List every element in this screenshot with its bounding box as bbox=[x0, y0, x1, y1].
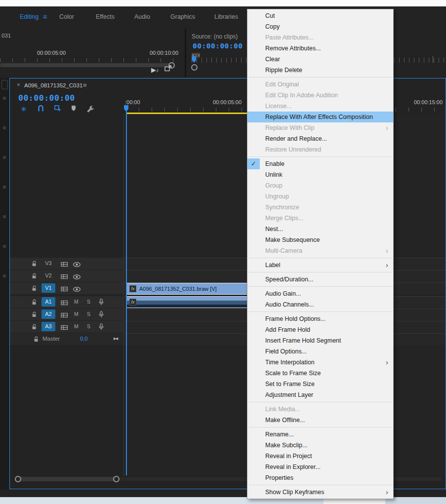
menu-item-show-clip-keyframes[interactable]: Show Clip Keyframes› bbox=[247, 487, 393, 498]
track-target-v1[interactable]: V1 bbox=[41, 283, 55, 293]
program-ruler-ticks[interactable] bbox=[0, 58, 185, 62]
menu-item-reveal-in-project[interactable]: Reveal in Project bbox=[247, 451, 393, 462]
menu-item-reveal-in-explorer[interactable]: Reveal in Explorer... bbox=[247, 462, 393, 472]
timeline-tab-title[interactable]: A096_08171352_C031 bbox=[24, 82, 82, 88]
menu-item-license[interactable]: License... bbox=[247, 101, 393, 112]
export-frame-icon[interactable] bbox=[164, 65, 172, 73]
track-target-a3[interactable]: A3 bbox=[41, 322, 55, 331]
menu-item-ripple-delete[interactable]: Ripple Delete bbox=[247, 65, 393, 76]
menu-item-remove-attributes[interactable]: Remove Attributes... bbox=[247, 43, 393, 54]
menu-item-make-offline[interactable]: Make Offline... bbox=[247, 415, 393, 426]
lock-icon[interactable] bbox=[32, 323, 37, 332]
lock-icon[interactable] bbox=[32, 272, 37, 281]
menu-item-set-to-frame-size[interactable]: Set to Frame Size bbox=[247, 379, 393, 389]
selection-tool-icon[interactable] bbox=[1, 80, 8, 89]
master-pan-value[interactable]: 0,0 bbox=[80, 336, 87, 342]
linked-selection-icon[interactable] bbox=[54, 105, 62, 113]
menu-item-audio-gain[interactable]: Audio Gain... bbox=[247, 288, 393, 299]
menu-item-paste-attributes[interactable]: Paste Attributes... bbox=[247, 32, 393, 43]
menu-item-speed-duration[interactable]: Speed/Duration... bbox=[247, 274, 393, 285]
snap-magnet-icon[interactable] bbox=[38, 105, 44, 113]
slip-tool-icon[interactable] bbox=[3, 186, 6, 189]
menu-item-edit-clip-in-adobe-audition[interactable]: Edit Clip In Adobe Audition bbox=[247, 90, 393, 101]
sync-lock-icon[interactable] bbox=[61, 285, 68, 294]
menu-item-insert-frame-hold-segment[interactable]: Insert Frame Hold Segment bbox=[247, 335, 393, 346]
timeline-zoom-handle-left[interactable] bbox=[15, 476, 21, 482]
solo-button[interactable]: S bbox=[87, 311, 90, 317]
lock-icon[interactable] bbox=[32, 285, 37, 294]
mute-button[interactable]: M bbox=[74, 311, 79, 317]
toggle-track-output-eye-icon[interactable] bbox=[73, 285, 81, 294]
menu-item-ungroup[interactable]: Ungroup bbox=[247, 191, 393, 202]
solo-button[interactable]: S bbox=[87, 323, 90, 329]
menu-item-render-and-replace[interactable]: Render and Replace... bbox=[247, 133, 393, 144]
sync-lock-icon[interactable] bbox=[61, 311, 68, 320]
menu-item-restore-unrendered[interactable]: Restore Unrendered bbox=[247, 144, 393, 155]
play-audio-icon[interactable]: ▶♪ bbox=[151, 66, 159, 74]
toggle-track-output-eye-icon[interactable] bbox=[73, 272, 81, 281]
timeline-timecode[interactable]: 00:00:00:00 bbox=[18, 93, 75, 103]
timeline-zoom-handle-right[interactable] bbox=[113, 476, 120, 482]
menu-item-rename[interactable]: Rename... bbox=[247, 429, 393, 440]
menu-item-audio-channels[interactable]: Audio Channels... bbox=[247, 299, 393, 310]
menu-item-field-options[interactable]: Field Options... bbox=[247, 346, 393, 357]
sync-lock-icon[interactable] bbox=[61, 323, 68, 332]
add-marker-icon[interactable] bbox=[71, 105, 76, 113]
source-scrollbar-handle[interactable] bbox=[191, 64, 198, 71]
voiceover-mic-icon[interactable] bbox=[99, 323, 104, 332]
menu-item-clear[interactable]: Clear bbox=[247, 54, 393, 65]
timeline-tab-close-icon[interactable]: × bbox=[17, 81, 20, 88]
menu-item-time-interpolation[interactable]: Time Interpolation› bbox=[247, 357, 393, 368]
menu-item-copy[interactable]: Copy bbox=[247, 21, 393, 32]
menu-item-unlink[interactable]: Unlink bbox=[247, 169, 393, 180]
toggle-track-output-eye-icon[interactable] bbox=[73, 260, 81, 269]
workspace-tab-libraries[interactable]: Libraries bbox=[214, 13, 238, 20]
menu-item-make-subsequence[interactable]: Make Subsequence bbox=[247, 234, 393, 245]
track-target-a1[interactable]: A1 bbox=[41, 297, 55, 307]
track-target-v2[interactable]: V2 bbox=[41, 271, 55, 280]
sync-lock-icon[interactable] bbox=[61, 260, 68, 269]
timeline-panel-menu-icon[interactable]: ≡ bbox=[83, 81, 87, 89]
playhead[interactable] bbox=[126, 105, 127, 475]
source-timecode[interactable]: 00:00:00:00 bbox=[193, 42, 243, 50]
menu-item-adjustment-layer[interactable]: Adjustment Layer bbox=[247, 389, 393, 400]
voiceover-mic-icon[interactable] bbox=[99, 299, 104, 308]
insert-as-nest-icon[interactable]: ✳ bbox=[21, 105, 27, 113]
workspace-tab-effects[interactable]: Effects bbox=[96, 13, 115, 20]
workspace-tab-graphics[interactable]: Graphics bbox=[170, 13, 195, 20]
workspace-tab-editing[interactable]: Editing bbox=[20, 13, 39, 20]
lock-icon[interactable] bbox=[32, 311, 37, 320]
program-scrollbar[interactable] bbox=[0, 63, 174, 67]
menu-item-properties[interactable]: Properties bbox=[247, 472, 393, 483]
timeline-hscrollbar[interactable] bbox=[15, 477, 119, 481]
track-select-tool-icon[interactable] bbox=[3, 97, 6, 100]
ripple-edit-tool-icon[interactable] bbox=[3, 126, 6, 129]
workspace-tab-color[interactable]: Color bbox=[59, 13, 74, 20]
lock-icon[interactable] bbox=[32, 260, 37, 269]
menu-item-enable[interactable]: ✓Enable bbox=[247, 158, 393, 169]
pen-tool-icon[interactable] bbox=[3, 215, 6, 218]
menu-item-cut[interactable]: Cut bbox=[247, 10, 393, 21]
menu-item-add-frame-hold[interactable]: Add Frame Hold bbox=[247, 324, 393, 335]
menu-item-replace-with-clip[interactable]: Replace With Clip› bbox=[247, 122, 393, 133]
track-target-a2[interactable]: A2 bbox=[41, 310, 55, 319]
workspace-editing-menu-icon[interactable]: ≡ bbox=[43, 13, 47, 21]
menu-item-frame-hold-options[interactable]: Frame Hold Options... bbox=[247, 313, 393, 324]
type-tool-icon[interactable] bbox=[3, 274, 6, 277]
keyframe-navigator-icon[interactable]: ▸◂ bbox=[114, 335, 117, 342]
menu-item-replace-with-after-effects-composition[interactable]: Replace With After Effects Composition bbox=[247, 112, 393, 122]
menu-item-link-media[interactable]: Link Media... bbox=[247, 404, 393, 415]
menu-item-nest[interactable]: Nest... bbox=[247, 224, 393, 234]
menu-item-make-subclip[interactable]: Make Subclip... bbox=[247, 440, 393, 451]
track-header-divider[interactable] bbox=[123, 114, 124, 476]
menu-item-edit-original[interactable]: Edit Original bbox=[247, 79, 393, 90]
track-target-v3[interactable]: V3 bbox=[41, 259, 55, 268]
menu-item-scale-to-frame-size[interactable]: Scale to Frame Size bbox=[247, 368, 393, 379]
sync-lock-icon[interactable] bbox=[61, 272, 68, 281]
menu-item-synchronize[interactable]: Synchronize bbox=[247, 202, 393, 213]
workspace-tab-audio[interactable]: Audio bbox=[134, 13, 150, 20]
timeline-settings-wrench-icon[interactable] bbox=[87, 105, 94, 114]
solo-button[interactable]: S bbox=[87, 299, 90, 305]
menu-item-label[interactable]: Label› bbox=[247, 260, 393, 271]
razor-tool-icon[interactable] bbox=[3, 156, 6, 159]
